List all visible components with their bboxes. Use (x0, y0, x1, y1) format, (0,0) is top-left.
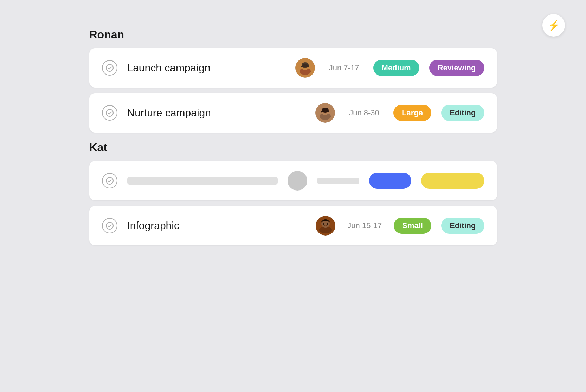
badge-loading-yellow (421, 173, 484, 189)
svg-point-19 (323, 223, 324, 225)
lightning-button[interactable]: ⚡ (542, 14, 565, 37)
task-card-infographic[interactable]: Infographic Jun 15-17SmallEditing (89, 206, 497, 245)
task-name-launch-campaign: Launch campaign (127, 62, 285, 74)
date-range-loading (317, 178, 359, 184)
check-icon[interactable] (102, 173, 117, 188)
svg-point-20 (327, 223, 328, 225)
task-name-loading (127, 177, 278, 185)
badge-loading-blue (369, 173, 411, 189)
badge-size-nurture-campaign[interactable]: Large (393, 105, 431, 121)
section-ronan: Ronan Launch campaign Jun 7-17MediumRevi… (89, 28, 497, 133)
task-card-nurture-campaign[interactable]: Nurture campaign Jun 8-30LargeEditing (89, 93, 497, 133)
main-container: ⚡ Ronan Launch campaign Jun 7-17MediumRe… (47, 0, 539, 282)
badge-status-nurture-campaign[interactable]: Editing (441, 105, 484, 121)
badge-size-infographic[interactable]: Small (394, 218, 431, 234)
task-date-nurture-campaign: Jun 8-30 (345, 108, 384, 117)
avatar (316, 216, 335, 236)
badge-status-launch-campaign[interactable]: Reviewing (429, 60, 484, 76)
section-title-kat: Kat (89, 141, 497, 154)
badge-status-infographic[interactable]: Editing (441, 218, 484, 234)
task-name-nurture-campaign: Nurture campaign (127, 107, 306, 119)
check-icon[interactable] (102, 105, 117, 121)
task-card-launch-campaign[interactable]: Launch campaign Jun 7-17MediumReviewing (89, 48, 497, 88)
avatar (295, 58, 315, 78)
task-name-infographic: Infographic (127, 220, 306, 232)
svg-point-0 (106, 64, 113, 71)
avatar (315, 103, 335, 123)
svg-point-15 (106, 222, 113, 229)
svg-point-14 (106, 177, 113, 184)
task-card-kat-loading[interactable] (89, 161, 497, 200)
lightning-icon: ⚡ (548, 20, 560, 31)
section-title-ronan: Ronan (89, 28, 497, 41)
sections-container: Ronan Launch campaign Jun 7-17MediumRevi… (89, 28, 497, 245)
avatar-placeholder (288, 171, 307, 191)
badge-size-launch-campaign[interactable]: Medium (373, 60, 419, 76)
section-kat: Kat Infographic Jun 15-17SmallEditing (89, 141, 497, 245)
task-date-infographic: Jun 15-17 (345, 221, 384, 230)
svg-point-7 (106, 109, 113, 116)
check-icon[interactable] (102, 218, 117, 233)
task-date-launch-campaign: Jun 7-17 (325, 63, 363, 72)
check-icon[interactable] (102, 60, 117, 76)
